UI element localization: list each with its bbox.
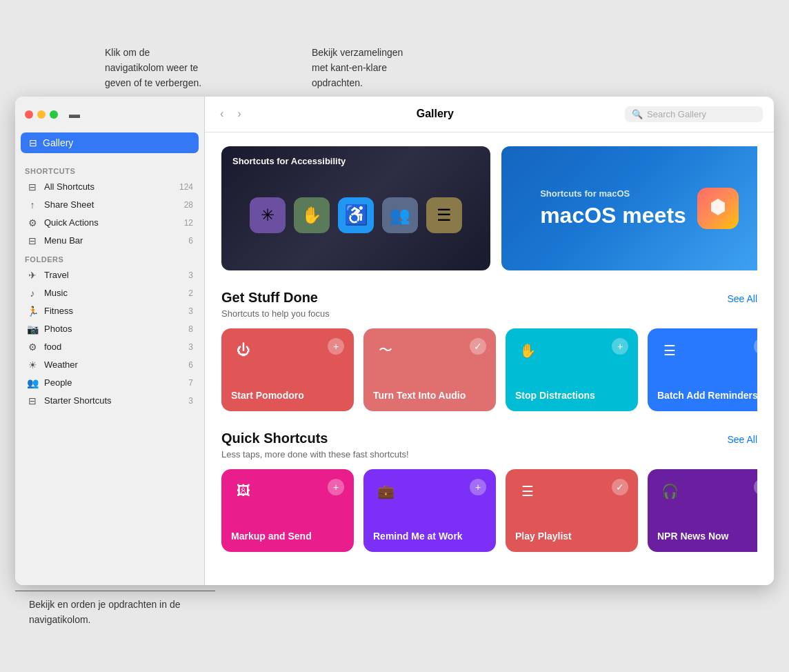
fitness-count: 3 xyxy=(188,306,193,316)
bottom-annotation: Bekijk en orden je opdrachten in de navi… xyxy=(15,591,215,628)
close-button[interactable] xyxy=(25,110,33,119)
bottom-annotations: Bekijk en orden je opdrachten in de navi… xyxy=(15,585,774,628)
forward-button[interactable]: › xyxy=(233,105,245,123)
toolbar-title: Gallery xyxy=(251,108,619,120)
macos-meets-text: macOS meets xyxy=(540,203,686,228)
audio-icon: 〜 xyxy=(373,338,398,363)
playlist-icon: ☰ xyxy=(515,479,540,504)
all-shortcuts-icon: ⊟ xyxy=(26,181,39,192)
sliders-icon: ☰ xyxy=(426,197,462,233)
sidebar-item-gallery[interactable]: ⊟ Gallery xyxy=(21,132,199,153)
get-stuff-done-see-all[interactable]: See All xyxy=(727,293,757,304)
markup-icon: 🖼 xyxy=(231,479,256,504)
sidebar-item-share-sheet[interactable]: ↑ Share Sheet 28 xyxy=(21,196,199,214)
reminders-add-btn[interactable]: + xyxy=(754,338,757,355)
markup-add-btn[interactable]: + xyxy=(328,479,344,495)
card-npr-news[interactable]: 🎧 ✓ NPR News Now xyxy=(648,469,757,552)
sidebar-item-travel[interactable]: ✈ Travel 3 xyxy=(21,266,199,284)
quick-actions-count: 12 xyxy=(184,218,193,228)
quick-actions-label: Quick Actions xyxy=(44,217,179,228)
card-play-playlist[interactable]: ☰ ✓ Play Playlist xyxy=(506,469,638,552)
annotation-top-right: Bekijk verzamelingen met kant-en-klare o… xyxy=(215,45,774,91)
sidebar-item-photos[interactable]: 📷 Photos 8 xyxy=(21,320,199,338)
travel-label: Travel xyxy=(44,270,183,280)
audio-check-btn[interactable]: ✓ xyxy=(470,338,486,355)
sidebar-item-people[interactable]: 👥 People 7 xyxy=(21,374,199,392)
photos-count: 8 xyxy=(188,324,193,334)
quick-shortcuts-cards: 🖼 + Markup and Send 💼 + Remind Me at Wor… xyxy=(221,469,757,552)
people-label: People xyxy=(44,377,183,388)
sidebar-item-food[interactable]: ⚙ food 3 xyxy=(21,338,199,356)
featured-card-macos[interactable]: Shortcuts for macOS macOS meets xyxy=(501,146,757,270)
sidebar-item-menu-bar[interactable]: ⊟ Menu Bar 6 xyxy=(21,232,199,250)
npr-check-btn[interactable]: ✓ xyxy=(754,479,757,495)
wheelchair-icon: ♿ xyxy=(338,197,374,233)
reminders-label: Batch Add Reminders xyxy=(657,389,757,402)
pomodoro-label: Start Pomodoro xyxy=(231,389,344,402)
stop-add-btn[interactable]: + xyxy=(612,338,628,355)
shortcuts-logo xyxy=(697,188,739,229)
stop-icon: ✋ xyxy=(515,338,540,363)
shortcuts-section-label: Shortcuts xyxy=(21,161,199,178)
work-label: Remind Me at Work xyxy=(373,530,486,542)
gallery-icon: ⊟ xyxy=(29,137,37,148)
travel-count: 3 xyxy=(188,270,193,280)
all-shortcuts-label: All Shortcuts xyxy=(44,181,174,192)
fullscreen-button[interactable] xyxy=(50,110,58,119)
card-markup-and-send[interactable]: 🖼 + Markup and Send xyxy=(221,469,354,552)
app-window: ▬ ⊟ Gallery Shortcuts ⊟ All Shortcuts 12… xyxy=(15,97,774,585)
search-icon: 🔍 xyxy=(632,109,643,119)
top-annotations: Klik om de navigatikolom weer te geven o… xyxy=(15,45,774,97)
stop-label: Stop Distractions xyxy=(515,389,628,402)
npr-label: NPR News Now xyxy=(657,530,757,542)
featured-card-accessibility[interactable]: Shortcuts for Accessibility ✳ ✋ ♿ 👥 ☰ xyxy=(221,146,490,270)
get-stuff-done-subtitle: Shortcuts to help you focus xyxy=(221,308,757,319)
search-input[interactable] xyxy=(647,109,756,119)
playlist-label: Play Playlist xyxy=(515,530,628,542)
menu-bar-count: 6 xyxy=(188,236,193,246)
pomodoro-add-btn[interactable]: + xyxy=(328,338,344,355)
weather-icon: ☀ xyxy=(26,359,39,370)
quick-shortcuts-see-all[interactable]: See All xyxy=(727,434,757,445)
all-shortcuts-count: 124 xyxy=(179,182,193,192)
share-sheet-icon: ↑ xyxy=(26,199,39,210)
starter-shortcuts-count: 3 xyxy=(188,396,193,406)
asterisk-icon: ✳ xyxy=(250,197,286,233)
pomodoro-icon: ⏻ xyxy=(231,338,256,363)
quick-actions-icon: ⚙ xyxy=(26,217,39,228)
traffic-lights xyxy=(25,110,58,119)
card-stop-distractions[interactable]: ✋ + Stop Distractions xyxy=(506,328,638,411)
photos-icon: 📷 xyxy=(26,324,39,335)
card-start-pomodoro[interactable]: ⏻ + Start Pomodoro xyxy=(221,328,354,411)
quick-shortcuts-title: Quick Shortcuts xyxy=(221,431,328,446)
travel-icon: ✈ xyxy=(26,270,39,281)
playlist-check-btn[interactable]: ✓ xyxy=(612,479,628,495)
food-icon: ⚙ xyxy=(26,342,39,353)
people-count: 7 xyxy=(188,378,193,388)
share-sheet-count: 28 xyxy=(184,200,193,210)
sidebar-item-weather[interactable]: ☀ Weather 6 xyxy=(21,356,199,374)
music-icon: ♪ xyxy=(26,288,39,299)
starter-shortcuts-label: Starter Shortcuts xyxy=(44,395,183,406)
audio-label: Turn Text Into Audio xyxy=(373,389,486,402)
quick-shortcuts-section: Quick Shortcuts See All Less taps, more … xyxy=(221,431,757,552)
work-add-btn[interactable]: + xyxy=(470,479,486,495)
menu-bar-label: Menu Bar xyxy=(44,235,183,246)
back-button[interactable]: ‹ xyxy=(216,105,228,123)
food-count: 3 xyxy=(188,342,193,352)
menu-bar-icon: ⊟ xyxy=(26,235,39,246)
sidebar-gallery-label: Gallery xyxy=(43,137,73,148)
card-batch-add-reminders[interactable]: ☰ + Batch Add Reminders xyxy=(648,328,757,411)
sidebar-item-quick-actions[interactable]: ⚙ Quick Actions 12 xyxy=(21,214,199,232)
card-remind-me-work[interactable]: 💼 + Remind Me at Work xyxy=(363,469,496,552)
sidebar-item-music[interactable]: ♪ Music 2 xyxy=(21,284,199,302)
sidebar-item-fitness[interactable]: 🏃 Fitness 3 xyxy=(21,302,199,320)
search-box: 🔍 xyxy=(625,106,763,122)
hand-icon: ✋ xyxy=(294,197,330,233)
card-turn-text-audio[interactable]: 〜 ✓ Turn Text Into Audio xyxy=(363,328,496,411)
minimize-button[interactable] xyxy=(37,110,46,119)
quick-shortcuts-header: Quick Shortcuts See All xyxy=(221,431,757,446)
sidebar-toggle-icon[interactable]: ▬ xyxy=(69,108,80,121)
sidebar-item-starter-shortcuts[interactable]: ⊟ Starter Shortcuts 3 xyxy=(21,392,199,410)
sidebar-item-all-shortcuts[interactable]: ⊟ All Shortcuts 124 xyxy=(21,178,199,196)
